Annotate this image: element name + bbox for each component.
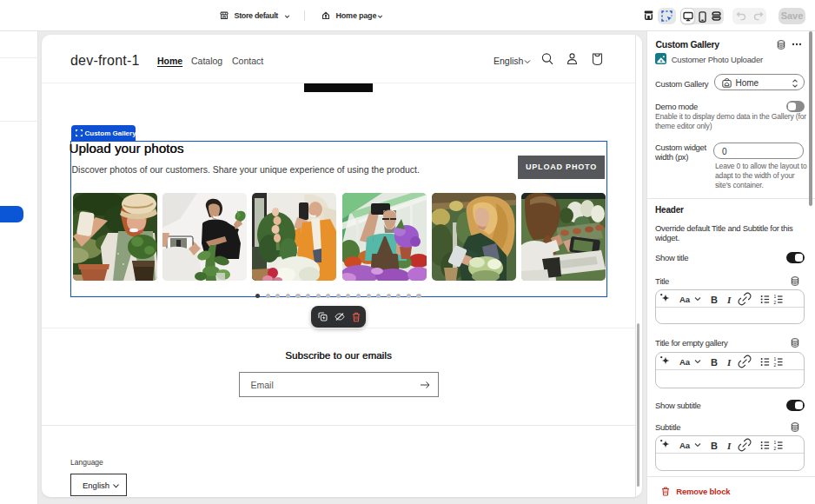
svg-text:1: 1 <box>774 294 777 299</box>
svg-text:I: I <box>726 295 732 305</box>
svg-text:I: I <box>726 441 732 451</box>
svg-text:Aa: Aa <box>679 357 691 367</box>
svg-text:2: 2 <box>774 300 777 305</box>
svg-text:1: 1 <box>774 440 777 445</box>
svg-text:1: 1 <box>774 356 777 361</box>
svg-text:Aa: Aa <box>679 441 691 450</box>
svg-text:B: B <box>711 357 718 368</box>
svg-text:2: 2 <box>774 446 777 451</box>
svg-text:B: B <box>711 295 718 305</box>
svg-text:I: I <box>726 357 732 368</box>
svg-text:2: 2 <box>774 362 777 368</box>
svg-text:Aa: Aa <box>679 295 691 304</box>
svg-text:B: B <box>711 441 718 451</box>
